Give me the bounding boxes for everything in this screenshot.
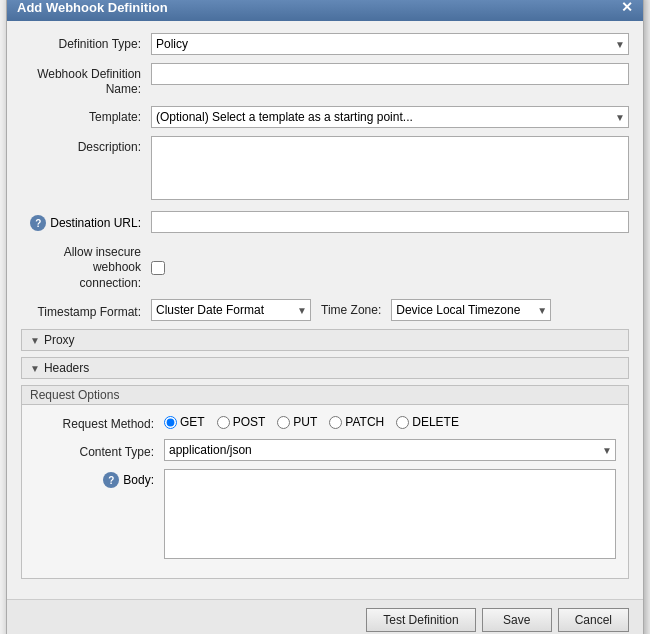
template-select-wrapper: (Optional) Select a template as a starti… bbox=[151, 106, 629, 128]
headers-label: Headers bbox=[44, 361, 89, 375]
definition-type-row: Definition Type: Policy Alert Incident ▼ bbox=[21, 33, 629, 55]
radio-get-label: GET bbox=[180, 415, 205, 429]
allow-insecure-checkbox[interactable] bbox=[151, 261, 165, 275]
destination-url-label: Destination URL: bbox=[50, 216, 141, 230]
request-options-title: Request Options bbox=[22, 386, 628, 405]
body-label: Body: bbox=[123, 473, 154, 487]
headers-header[interactable]: ▼ Headers bbox=[22, 358, 628, 378]
description-label: Description: bbox=[21, 136, 151, 154]
timestamp-format-select-wrapper: Cluster Date Format ISO 8601 Unix Timest… bbox=[151, 299, 311, 321]
template-control: (Optional) Select a template as a starti… bbox=[151, 106, 629, 128]
allow-insecure-row: Allow insecure webhookconnection: bbox=[21, 241, 629, 292]
timestamp-timezone-control: Cluster Date Format ISO 8601 Unix Timest… bbox=[151, 299, 629, 321]
dialog-title-text: Add Webhook Definition bbox=[17, 0, 168, 15]
radio-get[interactable]: GET bbox=[164, 415, 205, 429]
radio-delete-label: DELETE bbox=[412, 415, 459, 429]
body-row: ? Body: bbox=[34, 469, 616, 562]
radio-delete-input[interactable] bbox=[396, 416, 409, 429]
timestamp-format-select[interactable]: Cluster Date Format ISO 8601 Unix Timest… bbox=[151, 299, 311, 321]
radio-put-input[interactable] bbox=[277, 416, 290, 429]
dialog-footer: Test Definition Save Cancel bbox=[7, 599, 643, 634]
definition-type-label: Definition Type: bbox=[21, 33, 151, 51]
content-type-select-wrapper: application/json application/xml text/pl… bbox=[164, 439, 616, 461]
webhook-name-input[interactable] bbox=[151, 63, 629, 85]
content-type-select[interactable]: application/json application/xml text/pl… bbox=[164, 439, 616, 461]
cancel-button[interactable]: Cancel bbox=[558, 608, 629, 632]
content-type-label: Content Type: bbox=[34, 441, 164, 459]
radio-put-label: PUT bbox=[293, 415, 317, 429]
timestamp-timezone-row: Timestamp Format: Cluster Date Format IS… bbox=[21, 299, 629, 321]
body-help-icon[interactable]: ? bbox=[103, 472, 119, 488]
description-row: Description: bbox=[21, 136, 629, 203]
dialog-title-bar: Add Webhook Definition ✕ bbox=[7, 0, 643, 21]
close-button[interactable]: ✕ bbox=[621, 0, 633, 14]
body-control bbox=[164, 469, 616, 562]
proxy-arrow-icon: ▼ bbox=[30, 335, 40, 346]
request-method-label: Request Method: bbox=[34, 413, 164, 431]
radio-patch-label: PATCH bbox=[345, 415, 384, 429]
request-method-row: Request Method: GET POST bbox=[34, 413, 616, 431]
destination-url-row: ? Destination URL: bbox=[21, 211, 629, 233]
body-textarea[interactable] bbox=[164, 469, 616, 559]
definition-type-control: Policy Alert Incident ▼ bbox=[151, 33, 629, 55]
description-control bbox=[151, 136, 629, 203]
description-textarea[interactable] bbox=[151, 136, 629, 200]
webhook-name-row: Webhook DefinitionName: bbox=[21, 63, 629, 98]
content-type-row: Content Type: application/json applicati… bbox=[34, 439, 616, 461]
radio-group: GET POST PUT bbox=[164, 415, 616, 429]
proxy-section: ▼ Proxy bbox=[21, 329, 629, 351]
radio-patch-input[interactable] bbox=[329, 416, 342, 429]
template-label: Template: bbox=[21, 106, 151, 124]
radio-put[interactable]: PUT bbox=[277, 415, 317, 429]
destination-url-control bbox=[151, 211, 629, 233]
radio-post-input[interactable] bbox=[217, 416, 230, 429]
proxy-header[interactable]: ▼ Proxy bbox=[22, 330, 628, 350]
timezone-select[interactable]: Device Local Timezone UTC US/Eastern bbox=[391, 299, 551, 321]
destination-url-input[interactable] bbox=[151, 211, 629, 233]
test-definition-button[interactable]: Test Definition bbox=[366, 608, 475, 632]
webhook-name-label: Webhook DefinitionName: bbox=[21, 63, 151, 98]
add-webhook-dialog: Add Webhook Definition ✕ Definition Type… bbox=[6, 0, 644, 634]
dialog-body: Definition Type: Policy Alert Incident ▼… bbox=[7, 21, 643, 600]
template-row: Template: (Optional) Select a template a… bbox=[21, 106, 629, 128]
destination-url-label-group: ? Destination URL: bbox=[21, 212, 151, 231]
request-method-control: GET POST PUT bbox=[164, 415, 616, 429]
radio-get-input[interactable] bbox=[164, 416, 177, 429]
headers-arrow-icon: ▼ bbox=[30, 363, 40, 374]
radio-patch[interactable]: PATCH bbox=[329, 415, 384, 429]
timezone-select-wrapper: Device Local Timezone UTC US/Eastern ▼ bbox=[391, 299, 551, 321]
radio-post-label: POST bbox=[233, 415, 266, 429]
content-type-control: application/json application/xml text/pl… bbox=[164, 439, 616, 461]
destination-url-help-icon[interactable]: ? bbox=[30, 215, 46, 231]
radio-post[interactable]: POST bbox=[217, 415, 266, 429]
definition-type-select[interactable]: Policy Alert Incident bbox=[151, 33, 629, 55]
request-options-body: Request Method: GET POST bbox=[22, 405, 628, 578]
radio-delete[interactable]: DELETE bbox=[396, 415, 459, 429]
allow-insecure-control bbox=[151, 258, 629, 275]
body-label-group: ? Body: bbox=[34, 469, 164, 488]
timezone-label: Time Zone: bbox=[321, 303, 381, 317]
headers-section: ▼ Headers bbox=[21, 357, 629, 379]
webhook-name-control bbox=[151, 63, 629, 85]
definition-type-select-wrapper: Policy Alert Incident ▼ bbox=[151, 33, 629, 55]
timestamp-format-label: Timestamp Format: bbox=[21, 301, 151, 319]
allow-insecure-label: Allow insecure webhookconnection: bbox=[21, 241, 151, 292]
save-button[interactable]: Save bbox=[482, 608, 552, 632]
request-options-box: Request Options Request Method: GET bbox=[21, 385, 629, 579]
template-select[interactable]: (Optional) Select a template as a starti… bbox=[151, 106, 629, 128]
proxy-label: Proxy bbox=[44, 333, 75, 347]
